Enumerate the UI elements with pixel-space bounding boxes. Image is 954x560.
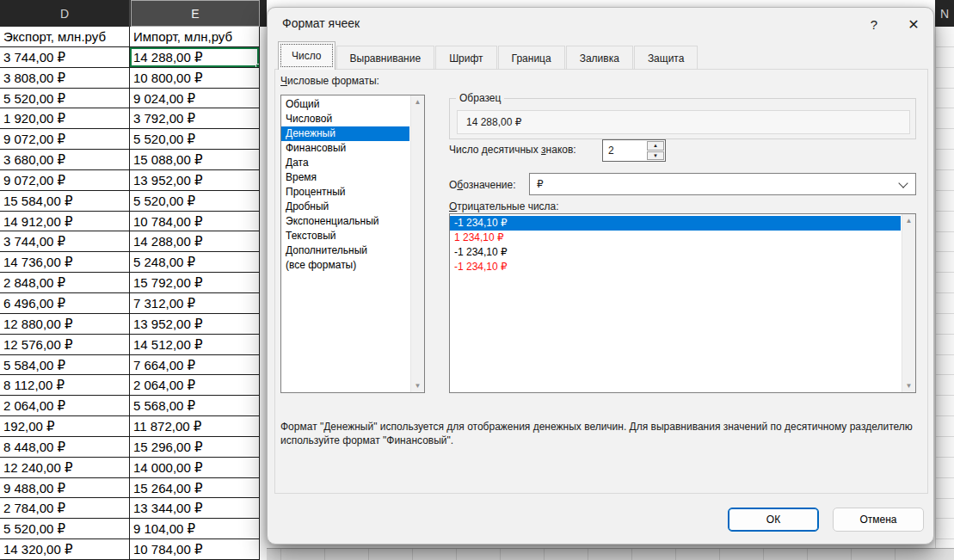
negative-format-item[interactable]: -1 234,10 ₽ (450, 245, 901, 260)
cell[interactable]: 9 072,00 ₽ (0, 129, 130, 150)
tab-active[interactable]: Число (278, 41, 335, 70)
cell[interactable]: 11 872,00 ₽ (130, 416, 260, 437)
cell[interactable]: 7 312,00 ₽ (130, 293, 260, 314)
scroll-up-icon[interactable]: ▲ (411, 98, 424, 106)
cell[interactable]: 14 912,00 ₽ (0, 212, 130, 232)
cell[interactable]: 8 112,00 ₽ (0, 375, 130, 396)
cell[interactable]: 13 344,00 ₽ (130, 498, 260, 519)
cell[interactable]: 15 792,00 ₽ (130, 273, 260, 293)
decimal-places-value[interactable]: 2 (608, 140, 614, 161)
cell[interactable]: 12 240,00 ₽ (0, 458, 130, 478)
format-category-item[interactable]: Дробный (281, 200, 409, 214)
cell[interactable]: 3 808,00 ₽ (0, 68, 130, 89)
cell[interactable]: 9 072,00 ₽ (0, 170, 130, 191)
format-category-item[interactable]: Процентный (281, 185, 409, 200)
format-description: Формат "Денежный" используется для отобр… (280, 420, 919, 447)
decimal-places-spinner[interactable]: 2 ▲ ▼ (602, 139, 666, 162)
format-category-item[interactable]: Дата (281, 156, 409, 170)
cell[interactable]: 2 848,00 ₽ (0, 273, 130, 293)
spinner-down-icon[interactable]: ▼ (647, 151, 664, 161)
column-header-e[interactable]: E (131, 0, 260, 27)
number-tab-panel: Числовые форматы: ОбщийЧисловойДенежныйФ… (274, 69, 928, 494)
formats-scrollbar[interactable]: ▲ ▼ (410, 95, 424, 392)
format-category-item[interactable]: Числовой (281, 112, 409, 126)
number-formats-listbox[interactable]: ОбщийЧисловойДенежныйФинансовыйДатаВремя… (280, 95, 425, 393)
cell[interactable]: 9 024,00 ₽ (130, 89, 260, 109)
scroll-down-icon[interactable]: ▼ (411, 382, 424, 390)
cell[interactable]: 12 880,00 ₽ (0, 314, 130, 335)
table-row: 192,00 ₽11 872,00 ₽ (0, 416, 261, 437)
cell[interactable]: 10 784,00 ₽ (130, 539, 260, 560)
format-category-item[interactable]: Общий (281, 97, 409, 112)
column-header-n[interactable]: N (935, 0, 954, 27)
cell[interactable]: 3 744,00 ₽ (0, 47, 130, 68)
cell[interactable]: 15 088,00 ₽ (130, 150, 260, 170)
cell[interactable]: 9 488,00 ₽ (0, 478, 130, 499)
help-icon[interactable]: ? (863, 13, 885, 35)
tab-inactive[interactable]: Шрифт (435, 46, 496, 70)
currency-symbol-dropdown[interactable]: ₽ (529, 173, 916, 195)
cell[interactable]: 14 512,00 ₽ (130, 335, 260, 355)
format-category-item[interactable]: Дополнительный (281, 243, 409, 258)
negative-numbers-listbox[interactable]: -1 234,10 ₽1 234,10 ₽-1 234,10 ₽-1 234,1… (449, 213, 916, 393)
cell[interactable]: 5 584,00 ₽ (0, 355, 130, 376)
tab-inactive[interactable]: Защита (634, 46, 699, 70)
cell[interactable]: 14 736,00 ₽ (0, 252, 130, 273)
scroll-down-icon[interactable]: ▼ (902, 382, 915, 390)
cell[interactable]: 15 584,00 ₽ (0, 191, 130, 212)
cell[interactable]: 9 104,00 ₽ (130, 519, 260, 539)
cell[interactable]: 8 448,00 ₽ (0, 437, 130, 458)
cell[interactable]: 14 000,00 ₽ (130, 458, 260, 478)
cell[interactable]: 15 296,00 ₽ (130, 437, 260, 458)
cell[interactable]: 5 520,00 ₽ (0, 519, 130, 539)
close-icon[interactable]: ✕ (901, 12, 926, 36)
tab-inactive[interactable]: Заливка (566, 46, 633, 70)
negative-format-item[interactable]: -1 234,10 ₽ (450, 260, 901, 274)
cell[interactable]: 14 320,00 ₽ (0, 539, 130, 560)
format-category-item[interactable]: (все форматы) (281, 258, 409, 273)
cancel-button[interactable]: Отмена (833, 508, 924, 532)
table-row: 2 784,00 ₽13 344,00 ₽ (0, 498, 261, 519)
column-header-d[interactable]: D (0, 0, 130, 27)
tab-inactive[interactable]: Выравнивание (336, 46, 435, 70)
cell[interactable]: 6 496,00 ₽ (0, 293, 130, 314)
format-category-item[interactable]: Текстовый (281, 229, 409, 243)
negative-format-item[interactable]: 1 234,10 ₽ (450, 231, 901, 245)
cell[interactable]: 14 288,00 ₽ (130, 231, 260, 252)
scroll-up-icon[interactable]: ▲ (902, 217, 915, 225)
cell[interactable]: 2 784,00 ₽ (0, 498, 130, 519)
cell[interactable]: 12 576,00 ₽ (0, 335, 130, 355)
cell[interactable]: 15 264,00 ₽ (130, 478, 260, 499)
cell[interactable]: 13 952,00 ₽ (130, 314, 260, 335)
table-row: 1 920,00 ₽3 792,00 ₽ (0, 108, 261, 129)
cell[interactable]: 7 664,00 ₽ (130, 355, 260, 376)
header-cell[interactable]: Экспорт, млн.руб (0, 27, 130, 47)
selected-cell[interactable]: 14 288,00 ₽ (130, 47, 260, 68)
cell[interactable]: 5 568,00 ₽ (130, 396, 260, 416)
cell[interactable]: 3 680,00 ₽ (0, 150, 130, 170)
ok-button[interactable]: ОК (728, 508, 819, 532)
tab-inactive[interactable]: Граница (498, 46, 565, 70)
cell[interactable]: 2 064,00 ₽ (130, 375, 260, 396)
format-category-item[interactable]: Время (281, 170, 409, 185)
cell[interactable]: 3 744,00 ₽ (0, 231, 130, 252)
cell[interactable]: 5 520,00 ₽ (0, 89, 130, 109)
cell[interactable]: 3 792,00 ₽ (130, 108, 260, 129)
cell[interactable]: 13 952,00 ₽ (130, 170, 260, 191)
chevron-down-icon[interactable] (898, 178, 908, 188)
header-cell[interactable]: Импорт, млн,руб (130, 27, 260, 47)
cell[interactable]: 5 248,00 ₽ (130, 252, 260, 273)
cell[interactable]: 5 520,00 ₽ (130, 129, 260, 150)
negative-format-item[interactable]: -1 234,10 ₽ (450, 216, 901, 231)
cell[interactable]: 1 920,00 ₽ (0, 108, 130, 129)
format-category-item[interactable]: Денежный (281, 126, 409, 141)
format-category-item[interactable]: Экспоненциальный (281, 214, 409, 229)
cell[interactable]: 10 784,00 ₽ (130, 212, 260, 232)
cell[interactable]: 2 064,00 ₽ (0, 396, 130, 416)
cell[interactable]: 5 520,00 ₽ (130, 191, 260, 212)
format-category-item[interactable]: Финансовый (281, 141, 409, 156)
cell[interactable]: 192,00 ₽ (0, 416, 130, 437)
cell[interactable]: 10 800,00 ₽ (130, 68, 260, 89)
spinner-up-icon[interactable]: ▲ (647, 141, 664, 151)
negative-scrollbar[interactable]: ▲ ▼ (902, 214, 915, 392)
